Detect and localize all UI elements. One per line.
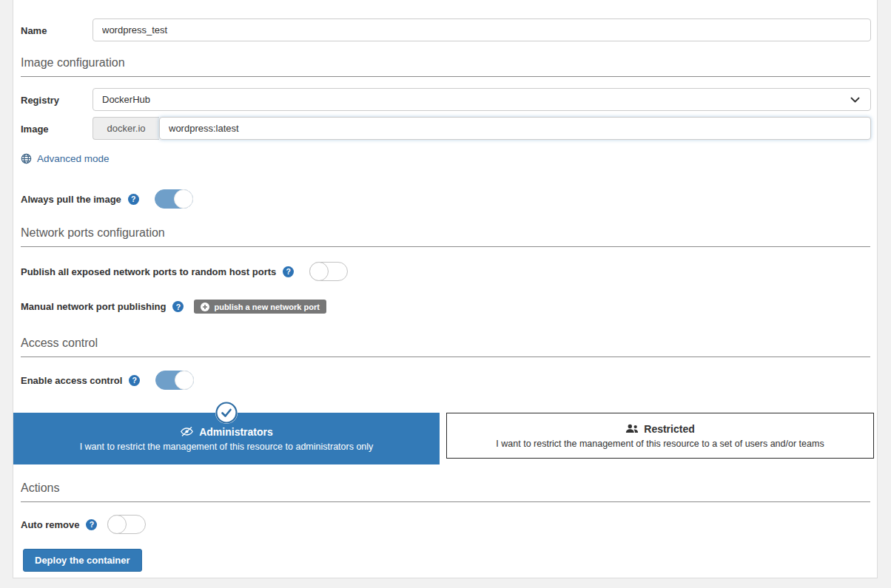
container-form-card: Name Image configuration Registry Docker… (13, 0, 878, 578)
help-icon[interactable] (129, 375, 140, 386)
advanced-mode-label: Advanced mode (37, 153, 110, 164)
registry-select[interactable]: DockerHub (93, 88, 871, 111)
image-label: Image (21, 117, 93, 135)
deploy-container-button[interactable]: Deploy the container (23, 549, 142, 572)
publish-new-port-button[interactable]: publish a new network port (194, 300, 326, 314)
access-option-description: I want to restrict the management of thi… (28, 442, 425, 452)
access-option-title: Administrators (199, 426, 273, 438)
registry-prefix-addon: docker.io (93, 117, 159, 140)
always-pull-toggle[interactable] (155, 189, 193, 209)
help-icon[interactable] (172, 301, 184, 312)
enable-access-label: Enable access control (21, 375, 122, 386)
plus-circle-icon (201, 303, 209, 311)
auto-remove-row: Auto remove (21, 515, 871, 534)
enable-access-row: Enable access control (21, 371, 871, 390)
access-control-options: Administrators I want to restrict the ma… (13, 413, 874, 464)
access-option-title: Restricted (644, 423, 694, 435)
section-title-network-ports: Network ports configuration (21, 226, 870, 247)
image-row: Image docker.io (21, 117, 871, 140)
advanced-mode-link[interactable]: Advanced mode (21, 153, 110, 164)
auto-remove-label: Auto remove (21, 519, 79, 530)
name-label: Name (21, 18, 93, 36)
users-icon (625, 424, 639, 433)
registry-selected-value: DockerHub (102, 94, 150, 105)
publish-all-row: Publish all exposed network ports to ran… (21, 262, 871, 281)
publish-all-toggle[interactable] (309, 262, 348, 281)
manual-port-row: Manual network port publishing publish a… (21, 300, 871, 314)
help-icon[interactable] (283, 266, 294, 277)
eye-slash-icon (180, 426, 194, 437)
publish-new-port-button-label: publish a new network port (214, 303, 319, 311)
section-title-image-configuration: Image configuration (21, 56, 870, 77)
publish-all-label: Publish all exposed network ports to ran… (21, 266, 276, 277)
access-option-administrators[interactable]: Administrators I want to restrict the ma… (13, 413, 440, 464)
name-input[interactable] (93, 18, 871, 41)
section-title-access-control: Access control (21, 337, 870, 357)
registry-label: Registry (21, 88, 93, 106)
globe-icon (21, 153, 32, 164)
access-option-restricted[interactable]: Restricted I want to restrict the manage… (446, 413, 874, 459)
manual-port-label: Manual network port publishing (21, 301, 166, 312)
help-icon[interactable] (86, 519, 97, 530)
image-input[interactable] (159, 117, 871, 140)
help-icon[interactable] (128, 194, 139, 205)
access-option-description: I want to restrict the management of thi… (462, 439, 858, 449)
section-title-actions: Actions (21, 481, 870, 502)
chevron-down-icon (850, 97, 860, 103)
registry-row: Registry DockerHub (21, 88, 871, 111)
always-pull-row: Always pull the image (21, 189, 871, 209)
enable-access-toggle[interactable] (155, 371, 194, 390)
always-pull-label: Always pull the image (21, 194, 121, 205)
check-circle-icon (215, 402, 238, 424)
name-row: Name (21, 18, 871, 41)
auto-remove-toggle[interactable] (107, 515, 146, 534)
